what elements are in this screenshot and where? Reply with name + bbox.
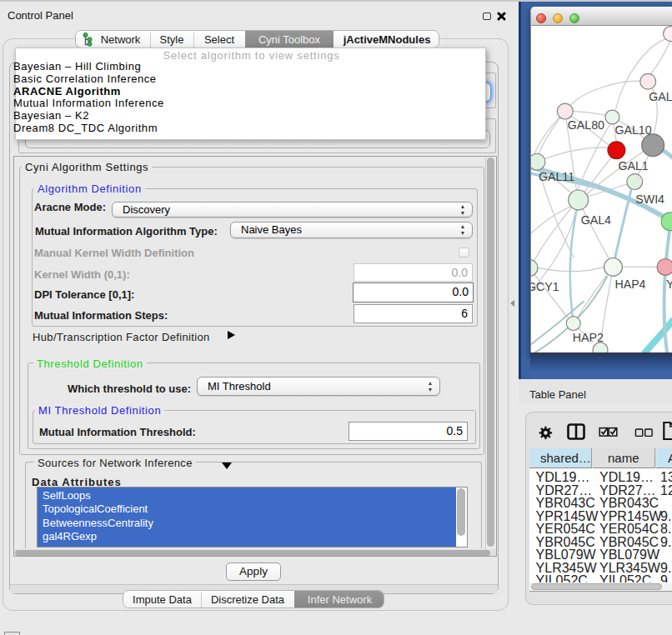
svg-text:HAP4: HAP4 bbox=[614, 278, 645, 291]
svg-text:GAL11: GAL11 bbox=[539, 170, 574, 183]
svg-text:HAP2: HAP2 bbox=[573, 331, 604, 344]
svg-text:GAL8: GAL8 bbox=[649, 90, 672, 103]
svg-text:GAL1: GAL1 bbox=[618, 159, 648, 172]
svg-text:GAL80: GAL80 bbox=[568, 118, 604, 132]
svg-text:SWI4: SWI4 bbox=[635, 192, 664, 206]
svg-text:GAL4: GAL4 bbox=[581, 213, 611, 227]
svg-text:Y: Y bbox=[666, 278, 672, 291]
svg-text:GAL10: GAL10 bbox=[614, 123, 651, 137]
svg-text:GCY1: GCY1 bbox=[530, 280, 559, 293]
